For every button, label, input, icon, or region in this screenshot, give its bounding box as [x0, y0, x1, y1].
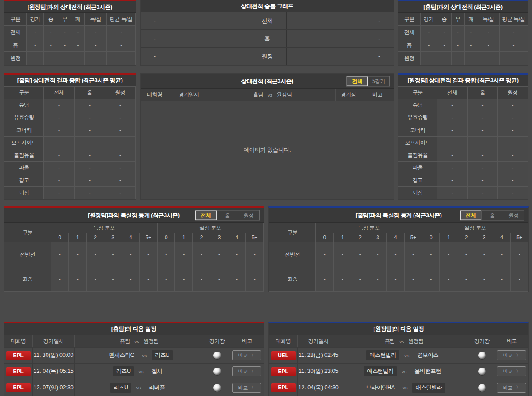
winrate-graph-body: - 전체 - - 홈 - - 원정 - — [141, 12, 394, 65]
table-row: 볼점유율 - - - — [398, 149, 528, 162]
stat-cell: - — [497, 174, 528, 186]
vs-label: vs — [136, 385, 141, 390]
schedule-row: EPL 11. 30(일) 00:00 맨체스터C vs 리즈U 비교〉 — [4, 347, 264, 363]
tab-all[interactable]: 전체 — [460, 210, 481, 220]
stat-cell: - — [493, 267, 511, 292]
col-header: 구분 — [398, 87, 437, 99]
stat-cell: - — [43, 26, 58, 39]
stat-cell: - — [105, 99, 135, 111]
tab-all[interactable]: 전체 — [195, 210, 217, 220]
score-col: 4 — [386, 233, 404, 242]
vs-label: vs — [138, 369, 143, 374]
col-header-datetime: 경기일시 — [297, 335, 339, 347]
stat-cell: - — [139, 267, 157, 292]
col-header-datetime: 경기일시 — [32, 335, 74, 347]
table-group-header-row: 구분 득점 분포 실점 분포 — [4, 223, 264, 233]
panel-title: 상대전적 (최근3시즌) — [241, 77, 293, 85]
panel-title: [원정팀] 상대전적 결과 종합 (최근3시즌 평균) — [398, 75, 528, 86]
stadium-ball-icon[interactable] — [478, 384, 486, 392]
tab-home[interactable]: 홈 — [481, 210, 503, 220]
stat-cell: - — [420, 39, 437, 52]
stat-cell: - — [497, 186, 528, 199]
stat-cell: - — [464, 39, 477, 52]
col-header-vs: vs — [399, 339, 404, 344]
col-header: 구분 — [4, 87, 44, 99]
stat-cell: - — [58, 26, 71, 39]
stat-cell: - — [105, 186, 135, 199]
stat-cell: - — [497, 149, 528, 162]
stat-cell: - — [351, 267, 369, 292]
col-header: 무 — [451, 13, 464, 26]
stat-cell: - — [437, 174, 467, 186]
col-header-stadium: 경기장 — [469, 335, 495, 347]
compare-button[interactable]: 비교〉 — [497, 350, 526, 360]
col-header: 전체 — [437, 87, 467, 99]
schedule-row: EPL 12. 04(목) 05:15 리즈U vs 첼시 비교〉 — [4, 363, 264, 379]
stadium-ball-icon[interactable] — [478, 352, 486, 359]
vs-label: vs — [142, 353, 147, 358]
tab-away[interactable]: 원정 — [238, 210, 259, 220]
stat-cell: - — [246, 242, 264, 267]
table-row: 유효슈팅 - - - — [398, 111, 528, 124]
h2h-list-header: 대회명 경기일시 홈팀 vs 원정팀 경기장 비고 — [141, 89, 394, 101]
stat-cell: - — [369, 267, 386, 292]
graph-row: - 홈 - — [141, 30, 394, 48]
panel-h2h-list: 상대전적 (최근3시즌) 전체 5경기 대회명 경기일시 홈팀 vs 원정팀 경… — [140, 73, 394, 200]
stat-cell: - — [467, 124, 497, 136]
stat-cell: - — [58, 52, 71, 65]
score-col: 3 — [475, 233, 493, 242]
col-header: 득/실 — [84, 13, 106, 26]
summary-home-table: 구분 전체 홈 원정 슈팅 - - - 유효슈팅 - - - — [4, 86, 136, 199]
stat-cell: - — [467, 186, 497, 199]
stadium-ball-icon[interactable] — [213, 368, 221, 375]
row-goal-stats: [원정팀]과의 득실점 통계 (최근3시즌) 전체 홈 원정 구분 득점 분포 … — [0, 206, 532, 292]
compare-button[interactable]: 비교〉 — [232, 366, 261, 376]
score-col: 5+ — [511, 233, 528, 242]
stadium-ball-icon[interactable] — [478, 368, 486, 375]
col-header-home: 홈팀 — [120, 337, 130, 345]
stat-cell: - — [457, 242, 475, 267]
table-row: 유효슈팅 - - - — [4, 111, 136, 124]
table-header-row: 구분 경기 승 무 패 득/실 평균 득/실 — [4, 13, 136, 26]
stat-cell: - — [74, 186, 105, 199]
stat-cell: - — [43, 149, 74, 162]
table-row: 퇴장 - - - — [398, 186, 528, 199]
graph-row: - 전체 - — [141, 12, 394, 30]
stat-cell: - — [210, 242, 228, 267]
col-header-stadium: 경기장 — [335, 89, 361, 101]
row-label: 최종 — [4, 267, 51, 292]
compare-button[interactable]: 비교〉 — [232, 383, 261, 393]
tab-all[interactable]: 전체 — [347, 76, 368, 86]
col-header: 패 — [71, 13, 84, 26]
schedule-body: EPL 11. 30(일) 00:00 맨체스터C vs 리즈U 비교〉 EPL… — [4, 347, 264, 396]
table-row: 오프사이드 - - - — [398, 136, 528, 149]
col-header: 승 — [437, 13, 451, 26]
tab-away[interactable]: 원정 — [503, 210, 524, 220]
stat-cell: - — [420, 26, 437, 39]
chevron-right-icon: 〉 — [251, 368, 256, 375]
table-row: 경고 - - - — [4, 174, 136, 186]
panel-title: 상대전적 승률 그래프 — [141, 0, 394, 12]
match-datetime: 12. 04(목) 05:15 — [33, 368, 73, 375]
col-header-note: 비고 — [495, 335, 528, 347]
compare-button[interactable]: 비교〉 — [232, 350, 261, 360]
league-badge: EPL — [271, 383, 296, 392]
tab-last5[interactable]: 5경기 — [368, 76, 389, 86]
tab-home[interactable]: 홈 — [217, 210, 238, 220]
stat-cell: - — [499, 39, 528, 52]
stat-cell: - — [43, 52, 58, 65]
h2h-list-tab-group: 전체 5경기 — [346, 76, 390, 86]
stat-cell: - — [437, 136, 467, 149]
panel-summary-home: [홈팀] 상대전적 결과 종합 (최근3시즌 평균) 구분 전체 홈 원정 슈팅… — [4, 73, 136, 200]
compare-button[interactable]: 비교〉 — [497, 383, 526, 393]
stat-cell: - — [84, 39, 106, 52]
stadium-ball-icon[interactable] — [213, 352, 221, 359]
panel-h2h-vs-home: [홈팀]과의 상대전적 (최근3시즌) 구분 경기 승 무 패 득/실 평균 득… — [398, 0, 528, 66]
panel-goals-vs-home: [홈팀]과의 득실점 통계 (최근3시즌) 전체 홈 원정 구분 득점 분포 실… — [268, 206, 529, 292]
col-header: 홈 — [74, 87, 105, 99]
stadium-ball-icon[interactable] — [213, 384, 221, 392]
compare-button[interactable]: 비교〉 — [497, 366, 526, 376]
stat-cell: - — [175, 267, 193, 292]
stat-cell: - — [43, 111, 74, 124]
stat-cell: - — [497, 162, 528, 174]
